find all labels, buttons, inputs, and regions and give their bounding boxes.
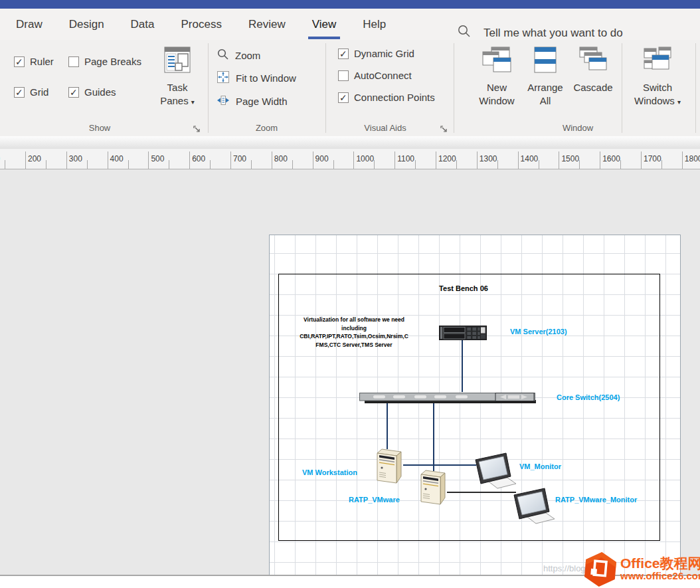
fit-to-window-button[interactable]: Fit to Window <box>217 70 296 86</box>
ruler-label: 1700 <box>644 154 661 163</box>
ruler-label: 1100 <box>397 154 414 163</box>
ruler-tick <box>189 151 190 169</box>
checkbox-icon[interactable] <box>338 49 349 59</box>
connector-workstation-monitor <box>403 464 476 466</box>
cascade-icon <box>579 64 607 75</box>
fit-to-window-icon <box>217 70 230 86</box>
note-line: including <box>295 324 413 333</box>
ruler-tick <box>313 151 313 169</box>
task-panes-button[interactable]: Task Panes ▾ <box>155 43 199 120</box>
vm-workstation-label[interactable]: VM Workstation <box>302 468 357 476</box>
connection-points-checkbox[interactable]: Connection Points <box>338 92 435 103</box>
tab-data[interactable]: Data <box>118 9 168 40</box>
ruler-tick-minor <box>87 160 88 169</box>
ruler-tick <box>66 151 67 169</box>
checkbox-label: Page Breaks <box>84 56 141 67</box>
page-width-button[interactable]: Page Width <box>217 94 288 109</box>
checkbox-icon[interactable] <box>68 87 79 98</box>
tell-me-text: Tell me what you want to do <box>483 27 623 40</box>
ruler-label: 1300 <box>480 154 497 163</box>
ruler-tick <box>641 151 642 169</box>
vm-server-label[interactable]: VM Server(2103) <box>510 328 567 336</box>
ruler-label: 1000 <box>356 154 374 163</box>
checkbox-label: Grid <box>30 86 48 98</box>
checkbox-icon[interactable] <box>338 92 349 103</box>
diagram-note-text[interactable]: Virtualization for all software we need … <box>295 316 413 349</box>
titlebar <box>0 0 700 9</box>
horizontal-ruler[interactable]: 1002003004005006007008009001000110012001… <box>0 149 700 169</box>
zoom-button[interactable]: Zoom <box>217 48 260 62</box>
ruler-tick <box>148 151 149 169</box>
checkbox-icon[interactable] <box>68 56 79 67</box>
core-switch-shape[interactable] <box>359 392 540 407</box>
ratp-vmware-shape[interactable] <box>420 470 450 508</box>
task-panes-icon <box>164 64 191 75</box>
tab-help[interactable]: Help <box>349 9 399 40</box>
group-label-zoom: Zoom <box>208 123 325 133</box>
ruler-tick-minor <box>661 160 662 169</box>
grid-checkbox[interactable]: Grid <box>14 86 48 98</box>
watermark-logo-icon <box>582 551 619 588</box>
dynamic-grid-checkbox[interactable]: Dynamic Grid <box>338 48 414 59</box>
tab-view[interactable]: View <box>299 9 350 40</box>
ruler-tick <box>108 151 108 169</box>
ruler-tick-minor <box>620 160 621 169</box>
vm-monitor-label[interactable]: VM_Monitor <box>519 462 561 470</box>
ruler-label: 1200 <box>438 154 456 163</box>
ruler-tick-minor <box>292 160 293 169</box>
ruler-checkbox[interactable]: Ruler <box>14 56 54 67</box>
connector-switch-ratp <box>433 403 434 471</box>
ruler-tick <box>477 151 478 169</box>
ratp-vmware-monitor-label[interactable]: RATP_VMware_Monitor <box>555 496 637 504</box>
vm-server-shape[interactable] <box>439 326 487 343</box>
show-dialog-launcher-icon[interactable] <box>193 124 201 132</box>
ruler-label: 800 <box>274 154 288 163</box>
tab-review[interactable]: Review <box>235 9 299 40</box>
visio-window: Draw Design Data Process Review View Hel… <box>0 0 700 588</box>
checkbox-label: Ruler <box>30 56 54 67</box>
ribbon: Ruler Page Breaks Grid Guides <box>0 40 700 136</box>
ruler-label: 200 <box>28 154 41 163</box>
checkbox-icon[interactable] <box>338 70 349 81</box>
ratp-vmware-monitor-shape[interactable] <box>513 486 557 528</box>
visual-aids-dialog-launcher-icon[interactable] <box>440 124 448 132</box>
tab-design[interactable]: Design <box>56 9 118 40</box>
arrange-all-button[interactable]: Arrange All <box>523 43 567 120</box>
ruler-tick <box>682 151 683 169</box>
ruler-label: 300 <box>69 154 82 163</box>
note-line: FMS,CTC Server,TMS Server <box>295 341 413 349</box>
ruler-tick-minor <box>374 160 375 169</box>
zoom-label: Zoom <box>235 50 260 61</box>
new-window-label: New Window <box>479 82 514 106</box>
ruler-label: 700 <box>233 154 246 163</box>
ruler-tick-minor <box>456 160 457 169</box>
new-window-button[interactable]: New Window <box>473 43 521 120</box>
connector-server-switch <box>462 340 463 392</box>
diagram-title[interactable]: Test Bench 06 <box>424 284 503 292</box>
vm-workstation-shape[interactable] <box>377 448 406 487</box>
checkbox-icon[interactable] <box>14 56 25 67</box>
checkbox-label: AutoConnect <box>354 70 412 81</box>
page-breaks-checkbox[interactable]: Page Breaks <box>68 56 141 67</box>
switch-windows-button[interactable]: Switch Windows ▾ <box>630 43 685 120</box>
ratp-vmware-label[interactable]: RATP_VMware <box>349 496 400 504</box>
guides-checkbox[interactable]: Guides <box>68 86 116 98</box>
ruler-label: 1800 <box>685 154 700 163</box>
autoconnect-checkbox[interactable]: AutoConnect <box>338 70 412 81</box>
cascade-label: Cascade <box>573 82 612 93</box>
vm-monitor-shape[interactable] <box>474 451 518 492</box>
ruler-tick <box>230 151 231 169</box>
new-window-icon <box>482 64 511 75</box>
core-switch-label[interactable]: Core Switch(2504) <box>557 393 620 401</box>
ruler-tick-minor <box>539 160 539 169</box>
note-line: Virtualization for all software we need <box>295 316 413 324</box>
arrange-all-icon <box>534 64 557 75</box>
tab-process[interactable]: Process <box>168 9 235 40</box>
checkbox-icon[interactable] <box>14 87 25 98</box>
cascade-button[interactable]: Cascade <box>569 43 618 120</box>
tab-draw[interactable]: Draw <box>3 9 56 40</box>
group-label-show: Show <box>0 123 199 133</box>
task-panes-label: Task Panes <box>160 82 189 106</box>
zoom-icon <box>217 48 229 62</box>
ruler-tick-minor <box>210 160 211 169</box>
